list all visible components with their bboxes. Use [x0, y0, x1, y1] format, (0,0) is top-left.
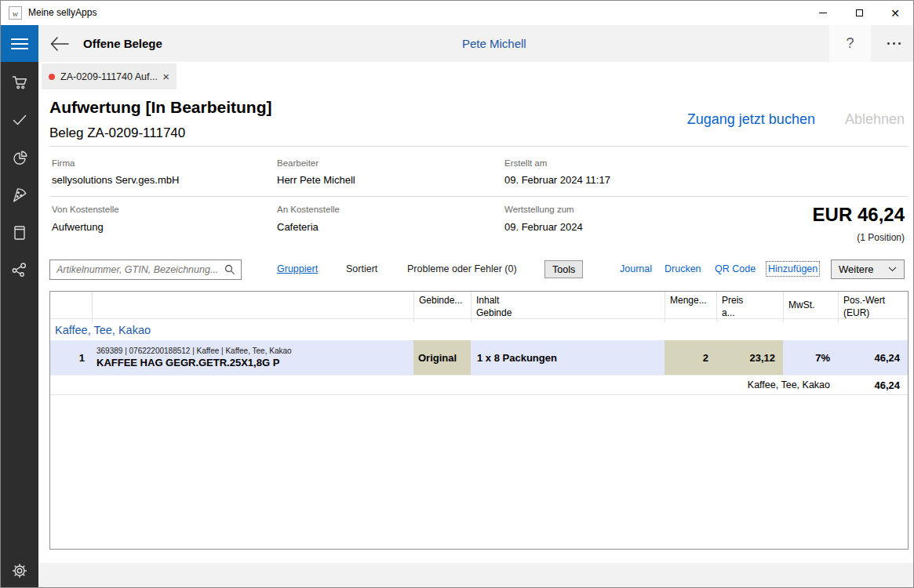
- share-icon: [10, 261, 29, 280]
- positions-table: Gebinde... Inhalt Gebinde Menge... Preis…: [49, 291, 909, 550]
- mwst-cell: 7%: [783, 340, 838, 375]
- toggle-grouped[interactable]: Gruppiert: [277, 263, 318, 274]
- field-label-firma: Firma: [52, 158, 75, 168]
- table-row[interactable]: 1 369389 | 07622200188512 | Kaffee | Kaf…: [50, 340, 908, 375]
- field-label-wertstellung: Wertstellung zum: [504, 205, 574, 214]
- ellipsis-icon: [887, 42, 890, 45]
- menge-cell: 2: [665, 340, 716, 375]
- title-bar: w Meine sellyApps ✕: [1, 1, 913, 25]
- pie-chart-icon: [10, 148, 29, 167]
- toggle-problems[interactable]: Probleme oder Fehler (0): [407, 263, 517, 274]
- checkmark-icon: [10, 111, 29, 129]
- sidebar-item-reports[interactable]: [1, 139, 38, 176]
- reject-button[interactable]: Ablehnen: [845, 111, 905, 128]
- total-amount: EUR 46,24: [813, 204, 905, 226]
- preis-cell: 23,12: [716, 340, 783, 375]
- divider: [49, 196, 909, 197]
- sidebar: [1, 62, 38, 587]
- window-controls: ✕: [805, 1, 913, 25]
- minimize-icon: [819, 13, 827, 13]
- field-value-von-kostenstelle: Aufwertung: [52, 221, 104, 233]
- tab-bar: ZA-0209-111740 Auf... ×: [38, 62, 914, 89]
- article-name: KAFFEE HAG GEGR.GETR.25X1,8G P: [96, 357, 279, 368]
- more-actions-label: Weitere: [839, 263, 874, 275]
- summary-label: Kaffee, Tee, Kakao: [50, 376, 838, 394]
- hamburger-icon: [11, 38, 28, 40]
- field-label-bearbeiter: Bearbeiter: [277, 158, 319, 168]
- menu-button[interactable]: [1, 25, 38, 62]
- tab-close-icon[interactable]: ×: [162, 71, 169, 82]
- help-button[interactable]: ?: [829, 25, 871, 62]
- field-label-von-kostenstelle: Von Kostenstelle: [52, 205, 119, 214]
- tab-label: ZA-0209-111740 Auf...: [60, 71, 157, 82]
- toggle-sorted[interactable]: Sortiert: [346, 263, 377, 274]
- header-inhalt-gebinde[interactable]: Inhalt Gebinde: [471, 292, 665, 322]
- row-number: 1: [50, 340, 92, 375]
- page-title: Offene Belege: [83, 25, 162, 62]
- sidebar-item-share[interactable]: [1, 252, 38, 289]
- add-link[interactable]: Hinzufügen: [768, 263, 818, 274]
- document-panel: Aufwertung [In Bearbeitung] Beleg ZA-020…: [38, 89, 914, 564]
- back-arrow-icon: [50, 37, 69, 51]
- gebinde-cell: Original: [413, 340, 471, 375]
- header-preis[interactable]: Preis a...: [716, 292, 783, 322]
- header-mwst[interactable]: MwSt.: [783, 292, 838, 322]
- pos-wert-cell: 46,24: [838, 340, 908, 375]
- header-rownum: [50, 292, 92, 322]
- document-subtitle: Beleg ZA-0209-111740: [49, 125, 185, 141]
- group-summary-row: Kaffee, Tee, Kakao 46,24: [50, 375, 908, 395]
- close-button[interactable]: ✕: [877, 1, 913, 25]
- header-menge[interactable]: Menge...: [665, 292, 716, 322]
- sidebar-item-cart[interactable]: [1, 64, 38, 101]
- document-title: Aufwertung [In Bearbeitung]: [49, 98, 271, 117]
- maximize-icon: [856, 9, 863, 16]
- sidebar-item-settings[interactable]: [1, 552, 38, 588]
- total-positions: (1 Position): [857, 232, 905, 243]
- print-link[interactable]: Drucken: [665, 263, 701, 274]
- journal-link[interactable]: Journal: [620, 263, 652, 274]
- maximize-button[interactable]: [841, 1, 877, 25]
- header-gebinde[interactable]: Gebinde...: [413, 292, 471, 322]
- field-label-an-kostenstelle: An Kostenstelle: [277, 205, 340, 214]
- divider: [49, 146, 909, 147]
- header-pos-wert[interactable]: Pos.-Wert (EUR): [838, 292, 908, 322]
- book-now-button[interactable]: Zugang jetzt buchen: [687, 111, 815, 128]
- chevron-down-icon: [888, 267, 897, 272]
- more-button[interactable]: [876, 25, 912, 62]
- field-value-firma: sellysolutions Serv.ges.mbH: [52, 174, 179, 186]
- app-window: w Meine sellyApps ✕ Offene Belege Pete M…: [0, 0, 914, 588]
- sidebar-item-products[interactable]: [1, 176, 38, 214]
- app-header: Offene Belege Pete Michell ?: [1, 25, 913, 62]
- search-box: [49, 260, 242, 280]
- back-button[interactable]: [46, 25, 73, 62]
- field-value-wertstellung: 09. Februar 2024: [504, 221, 583, 233]
- article-cell: 369389 | 07622200188512 | Kaffee | Kaffe…: [92, 340, 413, 375]
- settings-gear-icon: [10, 561, 29, 580]
- minimize-button[interactable]: [805, 1, 841, 25]
- footer-bar: [38, 563, 914, 587]
- search-icon[interactable]: [224, 264, 235, 275]
- qr-code-link[interactable]: QR Code: [715, 263, 756, 274]
- table-header-row: Gebinde... Inhalt Gebinde Menge... Preis…: [50, 292, 908, 319]
- pizza-slice-icon: [10, 186, 29, 205]
- summary-value: 46,24: [838, 376, 908, 394]
- field-label-erstellt: Erstellt am: [504, 158, 547, 168]
- close-icon: ✕: [890, 8, 900, 19]
- app-logo-icon: w: [9, 6, 22, 20]
- article-meta: 369389 | 07622200188512 | Kaffee | Kaffe…: [96, 347, 292, 355]
- sidebar-item-journal[interactable]: [1, 214, 38, 252]
- more-actions-button[interactable]: Weitere: [831, 260, 905, 279]
- notebook-icon: [10, 223, 29, 242]
- window-title: Meine sellyApps: [28, 7, 96, 18]
- field-value-an-kostenstelle: Cafeteria: [277, 221, 319, 233]
- user-name[interactable]: Pete Michell: [462, 25, 526, 62]
- unsaved-dot-icon: [49, 74, 55, 80]
- header-article: [92, 292, 413, 322]
- tools-button[interactable]: Tools: [544, 260, 583, 278]
- inhalt-cell: 1 x 8 Packungen: [471, 340, 665, 375]
- document-actions: Zugang jetzt buchen Ablehnen: [687, 111, 905, 128]
- search-input[interactable]: [49, 260, 242, 280]
- shopping-cart-icon: [10, 73, 29, 92]
- tab-document[interactable]: ZA-0209-111740 Auf... ×: [42, 64, 177, 89]
- sidebar-item-tasks[interactable]: [1, 101, 38, 139]
